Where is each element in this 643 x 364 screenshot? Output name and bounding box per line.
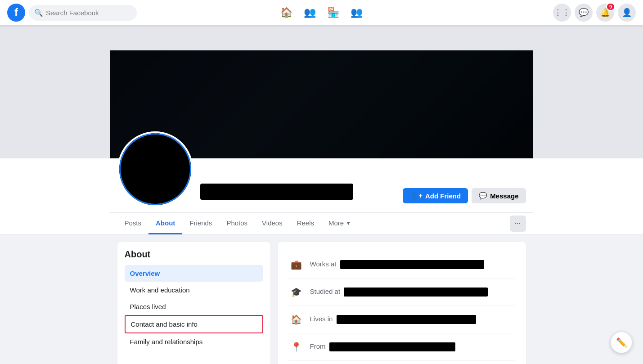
- info-from-text: From: [310, 342, 455, 351]
- info-row-relationship: 🩶: [288, 361, 515, 364]
- notifications-button[interactable]: 🔔 9: [596, 4, 614, 22]
- profile-section: 👤+ Add Friend 💬 Message Posts About Frie…: [0, 25, 643, 235]
- profile-tabs: Posts About Friends Photos Videos Reels …: [110, 212, 533, 234]
- works-label: Works at: [310, 260, 337, 268]
- tab-overflow-button[interactable]: ···: [510, 216, 526, 232]
- about-sidebar: About Overview Work and education Places…: [117, 242, 270, 364]
- edit-icon: ✏️: [616, 337, 627, 348]
- avatar: [117, 131, 193, 207]
- tab-more-label: More: [328, 219, 344, 227]
- info-row-from: 📍 From: [288, 333, 515, 361]
- about-menu-work-education[interactable]: Work and education: [125, 282, 263, 298]
- add-friend-label: Add Friend: [425, 192, 461, 200]
- info-lives-text: Lives in: [310, 315, 476, 324]
- from-value-redacted: [329, 342, 455, 351]
- nav-left: Facebookf 🔍: [7, 4, 137, 22]
- location-pin-icon: 📍: [288, 339, 305, 355]
- about-menu-family-relationships[interactable]: Family and relationships: [125, 333, 263, 350]
- info-studied-text: Studied at: [310, 288, 488, 297]
- edit-float-button[interactable]: ✏️: [611, 332, 632, 353]
- marketplace-nav-button[interactable]: 🏪: [323, 2, 344, 23]
- tab-about[interactable]: About: [148, 213, 182, 234]
- works-value-redacted: [340, 260, 484, 269]
- message-button[interactable]: 💬 Message: [472, 188, 526, 203]
- about-content-panel: 💼 Works at 🎓 Studied at 🏠 Lives in 📍: [278, 242, 526, 364]
- about-menu-contact-info[interactable]: Contact and basic info: [125, 315, 263, 333]
- messenger-icon: 💬: [479, 192, 487, 200]
- home-icon: 🏠: [288, 311, 305, 328]
- lives-label: Lives in: [310, 315, 333, 323]
- info-row-lives: 🏠 Lives in: [288, 306, 515, 333]
- info-row-works: 💼 Works at: [288, 251, 515, 279]
- graduation-icon: 🎓: [288, 284, 305, 300]
- tab-more-chevron-icon: ▼: [346, 220, 351, 226]
- facebook-logo[interactable]: Facebookf: [7, 4, 25, 22]
- profile-name-redacted: [200, 184, 353, 200]
- add-friend-icon: 👤+: [410, 192, 423, 200]
- tab-reels[interactable]: Reels: [290, 213, 321, 234]
- tab-posts[interactable]: Posts: [117, 213, 149, 234]
- home-nav-button[interactable]: 🏠: [276, 2, 297, 23]
- friends-nav-button[interactable]: 👥: [299, 2, 321, 23]
- studied-label: Studied at: [310, 288, 341, 295]
- add-friend-button[interactable]: 👤+ Add Friend: [403, 188, 468, 203]
- notification-badge: 9: [606, 3, 615, 11]
- profile-info-bar: 👤+ Add Friend 💬 Message: [110, 158, 533, 212]
- search-icon: 🔍: [34, 9, 43, 17]
- lives-value-redacted: [337, 315, 476, 324]
- avatar-wrapper: [117, 131, 193, 207]
- info-works-text: Works at: [310, 260, 484, 269]
- main-content: About Overview Work and education Places…: [110, 242, 533, 364]
- nav-right: ⋮⋮ 💬 🔔 9 👤: [553, 4, 636, 22]
- messenger-button[interactable]: 💬: [575, 4, 593, 22]
- tab-friends[interactable]: Friends: [182, 213, 219, 234]
- from-label: From: [310, 342, 326, 350]
- tab-videos[interactable]: Videos: [255, 213, 290, 234]
- about-menu-places-lived[interactable]: Places lived: [125, 298, 263, 315]
- briefcase-icon: 💼: [288, 256, 305, 273]
- about-menu-overview[interactable]: Overview: [125, 265, 263, 282]
- about-sidebar-title: About: [125, 249, 263, 260]
- search-box[interactable]: 🔍: [29, 5, 137, 21]
- account-button[interactable]: 👤: [618, 4, 636, 22]
- nav-center: 🏠 👥 🏪 👥: [276, 2, 368, 23]
- top-navigation: Facebookf 🔍 🏠 👥 🏪 👥 ⋮⋮ 💬 🔔 9 👤: [0, 0, 643, 25]
- groups-nav-button[interactable]: 👥: [346, 2, 368, 23]
- profile-actions: 👤+ Add Friend 💬 Message: [403, 188, 526, 207]
- tab-photos[interactable]: Photos: [219, 213, 255, 234]
- message-label: Message: [490, 192, 518, 200]
- apps-button[interactable]: ⋮⋮: [553, 4, 571, 22]
- tab-more[interactable]: More ▼: [321, 213, 358, 234]
- studied-value-redacted: [344, 288, 488, 297]
- info-row-studied: 🎓 Studied at: [288, 279, 515, 306]
- profile-name-area: [200, 184, 403, 207]
- search-input[interactable]: [46, 9, 131, 17]
